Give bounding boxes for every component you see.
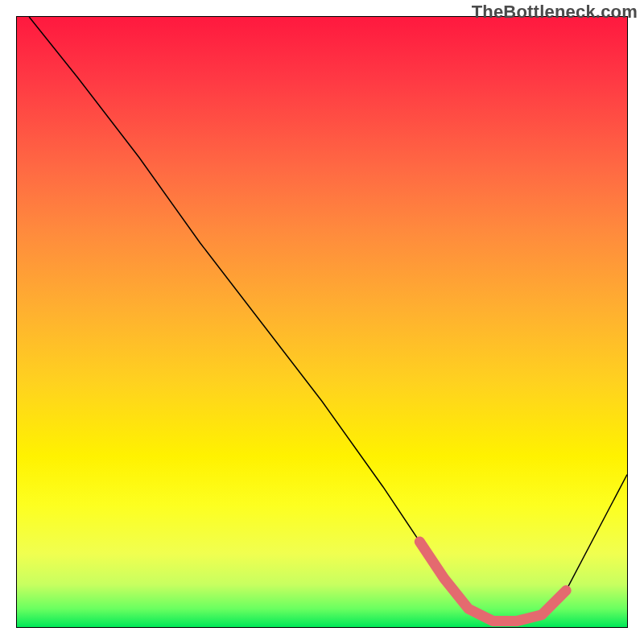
highlight-segment xyxy=(419,542,566,621)
chart-container xyxy=(16,16,628,628)
chart-curve-layer xyxy=(17,17,627,627)
watermark-label: TheBottleneck.com xyxy=(472,2,638,23)
curve-line xyxy=(29,17,627,621)
